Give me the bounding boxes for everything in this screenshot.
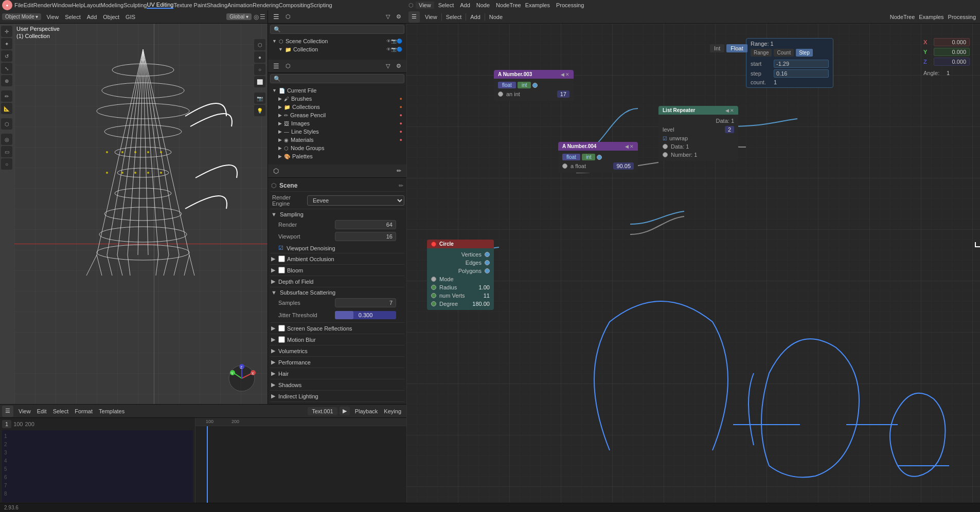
vd-checkbox[interactable]: ☑: [278, 245, 283, 251]
menu-edit[interactable]: Edit: [24, 2, 33, 8]
circle-radius-socket[interactable]: [431, 285, 436, 290]
tool-transform[interactable]: ⊕: [1, 75, 12, 86]
sampling-section-header[interactable]: ▼ Sampling: [270, 209, 404, 220]
menu-file[interactable]: File: [14, 2, 24, 8]
te-playback[interactable]: Playback: [352, 407, 381, 415]
circle-edges-socket[interactable]: [485, 260, 490, 265]
ssr-checkbox[interactable]: [278, 325, 285, 332]
render-engine-select[interactable]: Eevee Cycles Workbench: [307, 195, 404, 206]
tool-measure[interactable]: 📐: [1, 103, 12, 114]
tree-render-icon[interactable]: 🔵: [397, 39, 402, 44]
viewport-gizmo[interactable]: X Y Z: [226, 363, 257, 394]
anumber003-input-socket[interactable]: [498, 92, 503, 97]
anumber003-expand[interactable]: ◀: [561, 72, 564, 77]
ne-select[interactable]: Select: [436, 2, 456, 8]
sss-samples-value[interactable]: 7: [335, 298, 396, 307]
workspace-sculpting[interactable]: Sculpting: [123, 2, 147, 8]
anumber004-int-tab[interactable]: int: [582, 154, 596, 160]
workspace-texture-paint[interactable]: Texture Paint: [173, 2, 206, 8]
hair-section-header[interactable]: ▶ Hair: [270, 368, 404, 379]
dof-section-header[interactable]: ▶ Depth of Field: [270, 276, 404, 287]
range-tab-count[interactable]: Count: [774, 49, 794, 57]
mb-section-header[interactable]: ▶ Motion Blur: [270, 334, 404, 345]
circle-numverts-value[interactable]: 11: [484, 292, 490, 299]
ne-select-menu[interactable]: Select: [443, 13, 465, 21]
range-start-value[interactable]: -1.29: [774, 60, 829, 68]
anumber003-close[interactable]: ✕: [565, 72, 569, 77]
lr-data1-socket[interactable]: [663, 144, 668, 149]
workspace-rendering[interactable]: Rendering: [253, 2, 279, 8]
ne-view[interactable]: View: [422, 13, 440, 21]
vp-select[interactable]: Select: [62, 13, 84, 21]
workspace-shading[interactable]: Shading: [207, 2, 227, 8]
anumber004-input-socket[interactable]: [562, 163, 567, 169]
te-menu-icon[interactable]: ☰: [2, 406, 13, 417]
collection-item[interactable]: ▼ 📁 Collection 👁 📷 🔵: [270, 45, 404, 53]
circle-polygons-socket[interactable]: [485, 268, 490, 273]
te-templates[interactable]: Templates: [96, 407, 128, 415]
anumber004-float-tab[interactable]: float: [562, 154, 580, 160]
perf-section-header[interactable]: ▶ Performance: [270, 356, 404, 368]
ne-add-menu[interactable]: Add: [467, 13, 484, 21]
cf-line-styles[interactable]: ▶ — Line Styles ●: [270, 127, 404, 136]
vp-object[interactable]: Object: [100, 13, 122, 21]
te-view[interactable]: View: [15, 407, 34, 415]
ne-node-menu[interactable]: Node: [486, 13, 506, 21]
tool-select-box[interactable]: ▭: [1, 146, 12, 157]
vp-icon-xray[interactable]: ☰: [260, 13, 265, 21]
cf-collections[interactable]: ▶ 📁 Collections ●: [270, 103, 404, 111]
te-select[interactable]: Select: [50, 407, 72, 415]
anumber003-float-tab[interactable]: float: [498, 82, 516, 88]
range-step-value[interactable]: 0.16: [774, 69, 829, 78]
y-value[interactable]: 0.000: [934, 48, 970, 56]
ne-examples-btn[interactable]: Examples: [919, 14, 943, 20]
anumber003-node[interactable]: A Number.003 ◀ ✕ float int an int 17: [494, 70, 574, 101]
cf-materials[interactable]: ▶ ◉ Materials ●: [270, 136, 404, 144]
jitter-slider[interactable]: 0.300: [335, 310, 396, 320]
cf-mode[interactable]: ⬡: [282, 62, 294, 70]
workspace-layout[interactable]: Layout: [84, 2, 101, 8]
z-value[interactable]: 0.000: [934, 58, 970, 66]
circle-degree-socket[interactable]: [431, 301, 436, 306]
vp-camera[interactable]: 📷: [254, 93, 265, 104]
vp-view[interactable]: View: [43, 13, 62, 21]
collection-render[interactable]: 🔵: [397, 47, 402, 52]
outliner-filter[interactable]: ▽: [383, 12, 393, 21]
anumber004-node[interactable]: A Number.004 ◀ ✕ float int a float 90.05: [558, 142, 638, 173]
vp-render-preview[interactable]: ⬡: [254, 39, 265, 50]
outliner-tb-icon[interactable]: ☰: [270, 12, 282, 22]
il-section-header[interactable]: ▶ Indirect Lighting: [270, 390, 404, 401]
menu-window[interactable]: Window: [52, 2, 72, 8]
circle-node[interactable]: Circle Vertices Edges Polygons Mode: [427, 240, 494, 310]
current-file-root[interactable]: ▼ 📄 Current File: [270, 86, 404, 95]
ao-checkbox[interactable]: [278, 255, 285, 262]
ne-menu-icon[interactable]: ☰: [408, 11, 420, 23]
vp-material-preview[interactable]: ●: [254, 51, 265, 63]
mb-checkbox[interactable]: [278, 336, 285, 343]
cf-brushes[interactable]: ▶ 🖌 Brushes ●: [270, 95, 404, 103]
menu-render[interactable]: Render: [33, 2, 52, 8]
text-editor-area[interactable]: 12345678: [2, 430, 193, 502]
scene-edit-button[interactable]: ✏: [399, 182, 403, 189]
cf-grease-pencil[interactable]: ▶ ✏ Grease Pencil ●: [270, 111, 404, 119]
outliner-search[interactable]: [270, 25, 404, 34]
vol-section-header[interactable]: ▶ Volumetrics: [270, 345, 404, 356]
circle-dot[interactable]: [431, 242, 436, 247]
circle-radius-value[interactable]: 1.00: [479, 284, 490, 290]
bloom-checkbox[interactable]: [278, 267, 285, 273]
ne-examples[interactable]: Examples: [523, 2, 552, 8]
ne-processing-btn[interactable]: Processing: [948, 14, 976, 20]
tool-cursor-set[interactable]: ◎: [1, 134, 12, 145]
lr-number-socket[interactable]: [663, 152, 668, 157]
workspace-modeling[interactable]: Modeling: [101, 2, 124, 8]
range-tab-range[interactable]: Range: [751, 49, 772, 57]
viewport-samples-value[interactable]: 16: [335, 232, 396, 241]
collection-eye[interactable]: 👁: [386, 47, 391, 52]
int-tab[interactable]: Int: [710, 44, 724, 52]
scene-collection-item[interactable]: ▼ ⬡ Scene Collection 👁 📷 🔵: [270, 37, 404, 45]
circle-mode-socket[interactable]: [431, 277, 436, 282]
float-tab[interactable]: Float: [726, 44, 747, 52]
anumber003-int-tab[interactable]: int: [518, 82, 531, 88]
vp-light[interactable]: 💡: [254, 105, 265, 116]
anumber004-close[interactable]: ✕: [630, 144, 634, 149]
